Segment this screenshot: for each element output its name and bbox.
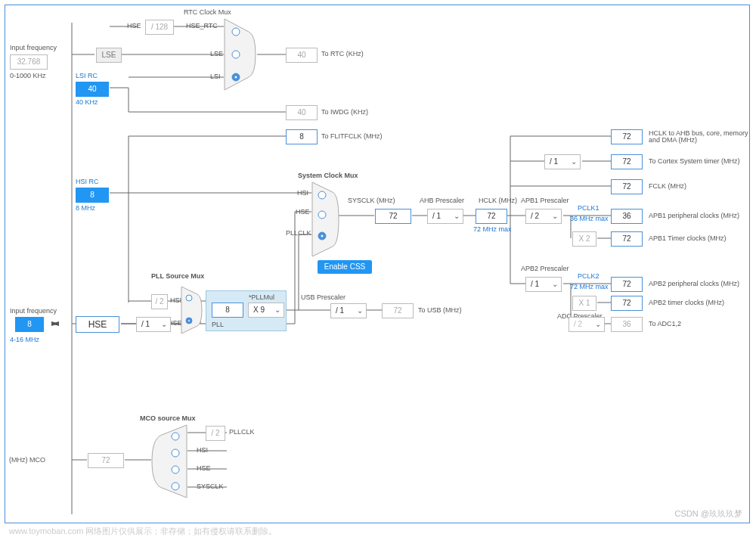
mco-out: 72 [88, 453, 124, 468]
adc-out-label: To ADC1,2 [649, 320, 681, 327]
lse-range: 0-1000 KHz [10, 72, 46, 79]
pllmul-select[interactable]: X 9 [248, 303, 284, 318]
rtc-out: 40 [286, 48, 318, 63]
apb1-periph-label: APB1 peripheral clocks (MHz) [649, 212, 739, 219]
ahb-label: AHB Prescaler [420, 197, 464, 204]
apb1-timer-x: X 2 [572, 231, 596, 247]
pll-label: PLL [212, 321, 224, 328]
hsi-val: 8 [76, 188, 109, 203]
mco-pllclk: PLLCLK [229, 428, 255, 436]
apb2-timer-label: APB2 timer clocks (MHz) [649, 299, 724, 306]
usb-div[interactable]: / 1 [330, 303, 367, 318]
pll-in: 8 [212, 303, 243, 318]
apb1-label: APB1 Prescaler [521, 197, 569, 204]
sysclk-pll: PLLCLK [286, 229, 311, 237]
svg-point-59 [318, 211, 326, 219]
svg-point-62 [186, 295, 192, 301]
rtc-mux[interactable] [224, 18, 257, 91]
lse-source[interactable]: LSE [96, 48, 122, 63]
apb1-div[interactable]: / 2 [525, 209, 562, 224]
watermark-left: www.toymoban.com 网络图片仅供展示；非存储；如有侵权请联系删除。 [9, 526, 277, 537]
apb1-timer-val: 72 [611, 231, 643, 247]
pclk2-max: 72 MHz max [570, 283, 609, 290]
svg-point-64 [188, 320, 191, 322]
hse-input-freq-label: Input frequency [10, 307, 57, 315]
enable-css-button[interactable]: Enable CSS [318, 260, 372, 274]
cortex-label: To Cortex System timer (MHz) [649, 157, 740, 165]
svg-point-58 [318, 191, 326, 199]
iwdg-label: To IWDG (KHz) [321, 108, 368, 116]
sysclk-mux[interactable] [311, 182, 340, 257]
rtc-lse: LSE [210, 50, 223, 57]
usb-title: USB Prescaler [301, 293, 345, 301]
lse-freq-box: 32.768 [10, 54, 48, 70]
pll-prescaler[interactable]: / 1 [136, 317, 171, 332]
pll-title: PLL Source Mux [151, 272, 204, 280]
usb-out: 72 [382, 303, 414, 318]
svg-point-54 [232, 28, 240, 36]
apb1-timer-label: APB1 Timer clocks (MHz) [649, 234, 727, 242]
hsi-unit: 8 MHz [76, 204, 95, 212]
svg-point-57 [234, 76, 237, 79]
svg-point-55 [232, 51, 240, 58]
hsi-rc-label: HSI RC [76, 178, 99, 185]
fclk-label: FCLK (MHz) [649, 182, 686, 190]
mco-out-label: (MHz) MCO [9, 456, 45, 464]
apb2-label: APB2 Prescaler [521, 265, 569, 272]
watermark-right: CSDN @玖玖玖梦 [675, 508, 742, 520]
sysclk-label: SYSCLK (MHz) [348, 197, 395, 204]
pll-div2: / 2 [151, 294, 168, 309]
apb2-timer-val: 72 [611, 296, 643, 311]
apb2-div[interactable]: / 1 [525, 277, 562, 292]
sysclk-hsi: HSI [297, 189, 308, 197]
usb-label: To USB (MHz) [418, 306, 462, 314]
cortex-val: 72 [611, 154, 643, 169]
lsi-unit: 40 KHz [76, 98, 98, 106]
iwdg-out: 40 [286, 105, 318, 120]
hclk-ahb-val: 72 [611, 129, 643, 144]
hclk-val[interactable]: 72 [476, 209, 507, 224]
svg-point-66 [172, 449, 179, 457]
pclk1-label: PCLK1 [578, 204, 600, 212]
lse-input-freq-label: Input frequency [10, 44, 57, 51]
svg-point-67 [172, 466, 179, 473]
flitf-out: 8 [286, 129, 318, 144]
ahb-div[interactable]: / 1 [427, 209, 463, 224]
mco-sysclk: SYSCLK [197, 483, 224, 490]
apb1-periph-val: 36 [611, 209, 643, 224]
adc-div[interactable]: / 2 [569, 317, 605, 332]
sysclk-mux-title: System Clock Mux [298, 172, 358, 179]
hclk-ahb-label: HCLK to AHB bus, core, memory and DMA (M… [649, 130, 751, 144]
pclk1-max: 36 MHz max [570, 215, 609, 222]
lsi-rc-label: LSI RC [76, 72, 98, 79]
mco-mux[interactable] [151, 424, 187, 498]
apb2-timer-x: X 1 [572, 296, 596, 311]
adc-val: 36 [611, 317, 643, 332]
fclk-val: 72 [611, 179, 643, 194]
cortex-div[interactable]: / 1 [544, 154, 581, 169]
svg-point-68 [172, 483, 179, 490]
pclk2-label: PCLK2 [578, 272, 600, 280]
hclk-label: HCLK (MHz) [479, 197, 517, 204]
svg-point-61 [321, 234, 324, 237]
rtc-lsi: LSI [210, 73, 221, 80]
pll-source-mux[interactable] [181, 286, 203, 334]
pllmul-label: *PLLMul [249, 293, 274, 301]
mco-title: MCO source Mux [140, 414, 196, 422]
hse-range: 4-16 MHz [10, 336, 39, 343]
lsi-val: 40 [76, 82, 109, 97]
hse-rtc-lbl: HSE_RTC [186, 22, 218, 29]
mco-hse: HSE [197, 464, 211, 472]
hse-sig: HSE [127, 22, 141, 29]
sysclk-hse: HSE [296, 208, 310, 216]
sysclk-val: 72 [375, 209, 411, 224]
flitf-label: To FLITFCLK (MHz) [321, 132, 383, 140]
hse-freq-box[interactable]: 8 [15, 317, 44, 332]
hclk-max: 72 MHz max [473, 225, 512, 233]
pll-hsi: HSI [170, 296, 181, 304]
apb2-periph-val: 72 [611, 277, 643, 292]
rtc-out-label: To RTC (KHz) [321, 50, 364, 57]
mco-div: / 2 [206, 426, 225, 441]
hse-source[interactable]: HSE [76, 316, 119, 333]
rtc-mux-title: RTC Clock Mux [184, 8, 231, 16]
